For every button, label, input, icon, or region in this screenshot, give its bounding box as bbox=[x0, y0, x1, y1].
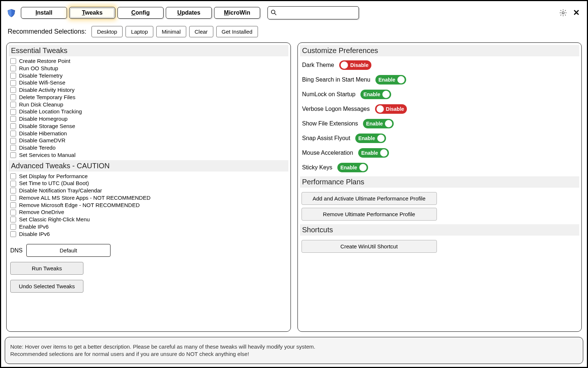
chk-activityhistory-box[interactable] bbox=[10, 87, 16, 93]
chk-oo-shutup[interactable]: Run OO Shutup bbox=[10, 65, 287, 72]
chk-removeedge-box[interactable] bbox=[10, 202, 16, 208]
chk-activityhistory[interactable]: Disable Activity History bbox=[10, 87, 287, 94]
toggle-bing[interactable]: Enable bbox=[375, 75, 406, 85]
chk-homegroup-label: Disable Homegroup bbox=[19, 116, 68, 123]
chk-removestore-box[interactable] bbox=[10, 195, 16, 201]
tab-microwin[interactable]: MicroWinMicroWin bbox=[214, 7, 260, 19]
dns-select[interactable]: Default bbox=[26, 244, 111, 257]
chk-rightclick[interactable]: Set Classic Right-Click Menu bbox=[10, 216, 287, 223]
chk-ipv6on-box[interactable] bbox=[10, 224, 16, 230]
app-logo-icon bbox=[6, 8, 16, 18]
chk-hibernation-box[interactable] bbox=[10, 131, 16, 136]
chk-diskcleanup[interactable]: Run Disk Cleanup bbox=[10, 101, 287, 108]
tab-updates[interactable]: UpdatesUpdates bbox=[166, 7, 212, 19]
pref-mouseaccel-label: Mouse Acceleration bbox=[302, 150, 353, 156]
toggle-stickykeys[interactable]: Enable bbox=[337, 163, 368, 172]
svg-point-2 bbox=[562, 12, 564, 14]
chk-create-restore-box[interactable] bbox=[10, 58, 16, 64]
svg-point-0 bbox=[271, 10, 275, 14]
customize-preferences-title: Customize Preferences bbox=[300, 45, 580, 56]
toggle-mouseaccel[interactable]: Enable bbox=[358, 148, 389, 158]
chk-services[interactable]: Set Services to Manual bbox=[10, 152, 287, 159]
chk-storagesense[interactable]: Disable Storage Sense bbox=[10, 123, 287, 130]
chk-location-label: Disable Location Tracking bbox=[19, 108, 82, 115]
chk-activityhistory-label: Disable Activity History bbox=[19, 87, 75, 94]
footnote-line2: Recommended selections are for normal us… bbox=[10, 350, 578, 358]
recommended-minimal-button[interactable]: Minimal bbox=[156, 26, 186, 37]
main-columns: Essential Tweaks Create Restore Point Ru… bbox=[5, 42, 583, 332]
undo-tweaks-button[interactable]: Undo Selected Tweaks bbox=[10, 280, 83, 293]
chk-teredo[interactable]: Disable Teredo bbox=[10, 144, 287, 151]
chk-wifisense-label: Disable Wifi-Sense bbox=[19, 79, 65, 86]
chk-timeutc-box[interactable] bbox=[10, 181, 16, 187]
performance-plans-title: Performance Plans bbox=[300, 176, 580, 188]
chk-location[interactable]: Disable Location Tracking bbox=[10, 108, 287, 115]
toggle-darktheme-text: Disable bbox=[350, 62, 368, 68]
chk-notiftray[interactable]: Disable Notification Tray/Calendar bbox=[10, 187, 287, 194]
chk-displayperf-box[interactable] bbox=[10, 173, 16, 179]
pref-verbose: Verbose Logon Messages Disable bbox=[302, 102, 578, 116]
pref-darktheme-label: Dark Theme bbox=[302, 62, 334, 68]
chk-diskcleanup-label: Run Disk Cleanup bbox=[19, 101, 63, 108]
shortcuts-title: Shortcuts bbox=[300, 224, 580, 236]
chk-ipv6on[interactable]: Enable IPv6 bbox=[10, 224, 287, 230]
run-tweaks-button[interactable]: Run Tweaks bbox=[10, 262, 83, 275]
toggle-snapassist[interactable]: Enable bbox=[355, 134, 386, 143]
chk-gamedvr-box[interactable] bbox=[10, 138, 16, 144]
settings-gear-icon[interactable] bbox=[558, 7, 569, 18]
chk-notiftray-box[interactable] bbox=[10, 188, 16, 194]
footnote: Note: Hover over items to get a better d… bbox=[5, 337, 583, 364]
pref-mouseaccel: Mouse Acceleration Enable bbox=[302, 146, 578, 160]
chk-telemetry-label: Disable Telemetry bbox=[19, 72, 63, 79]
chk-onedrive[interactable]: Remove OneDrive bbox=[10, 209, 287, 216]
toggle-fileext[interactable]: Enable bbox=[363, 119, 394, 128]
chk-teredo-box[interactable] bbox=[10, 145, 16, 151]
chk-displayperf[interactable]: Set Display for Performance bbox=[10, 173, 287, 180]
search-container bbox=[267, 6, 359, 19]
chk-location-box[interactable] bbox=[10, 109, 16, 115]
pref-stickykeys-label: Sticky Keys bbox=[302, 164, 333, 171]
add-ultimate-perf-button[interactable]: Add and Activate Ultimate Performance Pr… bbox=[302, 192, 437, 205]
toggle-darktheme[interactable]: Disable bbox=[339, 60, 371, 70]
toggle-numlock[interactable]: Enable bbox=[360, 90, 391, 99]
chk-tempfiles-box[interactable] bbox=[10, 94, 16, 100]
tab-tweaks[interactable]: TweaksTweaks bbox=[69, 7, 115, 19]
chk-removeedge[interactable]: Remove Microsoft Edge - NOT RECOMMENDED bbox=[10, 202, 287, 209]
search-input[interactable] bbox=[279, 10, 356, 16]
chk-ipv6off[interactable]: Disable IPv6 bbox=[10, 231, 287, 238]
chk-tempfiles[interactable]: Delete Temporary Files bbox=[10, 94, 287, 101]
chk-create-restore[interactable]: Create Restore Point bbox=[10, 58, 287, 65]
chk-gamedvr[interactable]: Disable GameDVR bbox=[10, 137, 287, 144]
chk-onedrive-box[interactable] bbox=[10, 210, 16, 215]
chk-storagesense-box[interactable] bbox=[10, 123, 16, 129]
create-shortcut-button[interactable]: Create WinUtil Shortcut bbox=[302, 240, 437, 253]
remove-ultimate-perf-button[interactable]: Remove Ultimate Performance Profile bbox=[302, 208, 437, 221]
toggle-verbose-text: Disable bbox=[386, 106, 404, 112]
chk-ipv6off-box[interactable] bbox=[10, 231, 16, 237]
chk-timeutc[interactable]: Set Time to UTC (Dual Boot) bbox=[10, 180, 287, 187]
chk-services-label: Set Services to Manual bbox=[19, 152, 75, 159]
chk-telemetry-box[interactable] bbox=[10, 73, 16, 79]
chk-removestore[interactable]: Remove ALL MS Store Apps - NOT RECOMMEND… bbox=[10, 195, 287, 202]
chk-wifisense-box[interactable] bbox=[10, 80, 16, 86]
chk-wifisense[interactable]: Disable Wifi-Sense bbox=[10, 79, 287, 86]
pref-snapassist: Snap Assist Flyout Enable bbox=[302, 131, 578, 146]
chk-services-box[interactable] bbox=[10, 152, 16, 158]
close-icon[interactable]: ✕ bbox=[571, 7, 582, 18]
chk-oo-shutup-box[interactable] bbox=[10, 65, 16, 71]
chk-hibernation[interactable]: Disable Hibernation bbox=[10, 130, 287, 137]
chk-diskcleanup-box[interactable] bbox=[10, 102, 16, 108]
chk-telemetry[interactable]: Disable Telemetry bbox=[10, 72, 287, 79]
chk-rightclick-box[interactable] bbox=[10, 217, 16, 222]
recommended-desktop-button[interactable]: Desktop bbox=[91, 26, 123, 37]
recommended-getinstalled-button[interactable]: Get Installed bbox=[216, 26, 258, 37]
recommended-clear-button[interactable]: Clear bbox=[189, 26, 213, 37]
chk-homegroup-box[interactable] bbox=[10, 116, 16, 122]
chk-homegroup[interactable]: Disable Homegroup bbox=[10, 116, 287, 123]
recommended-laptop-button[interactable]: Laptop bbox=[126, 26, 153, 37]
toggle-verbose[interactable]: Disable bbox=[375, 104, 407, 114]
tab-config[interactable]: ConfigConfig bbox=[117, 7, 164, 19]
dns-row: DNS Default bbox=[10, 244, 287, 257]
tab-install[interactable]: IInstallnstall bbox=[21, 7, 67, 19]
chk-displayperf-label: Set Display for Performance bbox=[19, 173, 88, 180]
